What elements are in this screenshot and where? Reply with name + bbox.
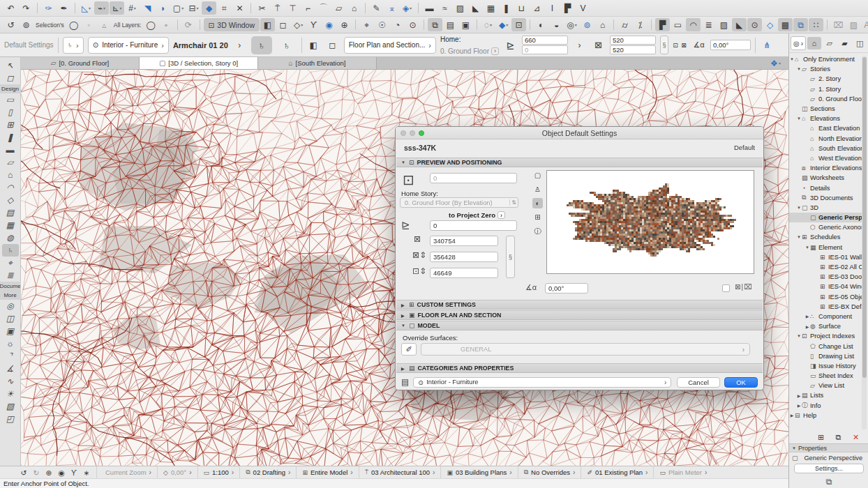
tree-2-story[interactable]: ▱2. Story [789, 74, 863, 84]
elevation-top-field[interactable]: 660 [522, 36, 568, 45]
stopwatch-icon[interactable]: ◔ [390, 18, 405, 31]
current-zoom-control[interactable]: Current Zoom› [96, 466, 157, 478]
lamp-tool[interactable]: ⌖ [2, 257, 19, 269]
pen-set-control[interactable]: ⍑03 Architectural 100› [359, 466, 441, 478]
mirror-checkbox[interactable] [722, 284, 730, 292]
dimension-style-control[interactable]: ▭Plain Meter› [653, 466, 712, 478]
tree-north-elevation[interactable]: ⌂North Elevation (A [789, 134, 863, 144]
tree-ies-03[interactable]: ⊞IES-03 Door Sc [789, 272, 863, 282]
shell-tool[interactable]: ◠ [2, 181, 19, 194]
angle-dimension-tool[interactable]: ∡ [2, 363, 19, 375]
criteria-icon[interactable]: ⋔ [760, 38, 775, 52]
paste-icon[interactable]: ▤ [443, 18, 458, 31]
view-options-icon[interactable]: ❖ [768, 56, 783, 70]
gravity-icon[interactable]: ◥ [140, 1, 155, 15]
home-story-select[interactable]: 0. Ground Floor (By Elevation)⇅ [400, 197, 518, 208]
scale-control[interactable]: ▭1:100› [197, 466, 240, 478]
set-square-icon[interactable]: ◺ [79, 1, 93, 15]
snap-guides-icon[interactable]: ⊾ [110, 1, 124, 15]
tab-ground-floor[interactable]: ▱[0. Ground Floor] [21, 57, 140, 69]
override-surface-select[interactable]: GENERAL› [421, 343, 750, 356]
angle-field[interactable]: 0,00° [710, 40, 751, 50]
model-view-control[interactable]: ▣03 Building Plans› [440, 466, 517, 478]
split-icon[interactable]: ✂ [255, 1, 269, 15]
stretch-icon[interactable]: ⌂ [347, 1, 361, 15]
tree-scrollbar[interactable] [862, 56, 867, 429]
home-story-control[interactable]: 0. Ground Floor› [440, 47, 499, 55]
mesh-icon[interactable]: ▦ [484, 1, 498, 15]
tree-lists[interactable]: ▶▤Lists [789, 390, 863, 400]
tree-west-elevation[interactable]: ⌂West Elevation (Au [789, 153, 863, 163]
preview-front-icon[interactable]: ♙ [532, 184, 543, 195]
tree-drawing-list[interactable]: ▯Drawing List [789, 351, 863, 361]
preview-2d-icon[interactable]: ▢ [532, 170, 543, 181]
tree-stories[interactable]: ▼▱Stories [789, 64, 863, 74]
favorites-icon[interactable]: ◈ [400, 1, 414, 15]
object-preview-button[interactable]: ♄ [251, 36, 272, 54]
beam-icon[interactable]: ≈ [437, 1, 452, 15]
dimension-options-icon[interactable]: ⌗ [217, 1, 232, 15]
beam-tool[interactable]: ▬ [2, 144, 19, 156]
corner-window-icon[interactable]: ▛ [560, 1, 575, 15]
height-field[interactable]: 520 [610, 45, 656, 54]
new-viewpoint-icon[interactable]: ⊞ [814, 431, 828, 444]
editing-plane-icon[interactable]: ◗ [156, 1, 170, 15]
ok-button[interactable]: OK [724, 377, 758, 388]
column-icon[interactable]: ❚ [499, 1, 514, 15]
clone-folder-icon[interactable]: ⧉ [831, 431, 846, 444]
tree-element[interactable]: ▼▦Element [789, 243, 863, 252]
graphic-override-control[interactable]: ⧉No Overrides› [518, 466, 581, 478]
dimension-tool[interactable]: ⌝ [2, 350, 19, 363]
tree-3d-documents[interactable]: ⧉3D Documents [789, 193, 863, 203]
tree-ies-04[interactable]: ⊞IES-04 Window [789, 282, 863, 291]
slab-tool[interactable]: ▱ [2, 156, 19, 169]
marquee-tool[interactable]: ◻ [2, 72, 19, 84]
explode-icon[interactable]: ✕ [232, 1, 247, 15]
selection-drop-icon[interactable]: ◦ [82, 18, 96, 31]
overlap-windows-icon[interactable]: ⧉ [789, 477, 868, 487]
lightbulb-tool[interactable]: ☼ [2, 337, 19, 350]
elevation-bottom-field[interactable]: 0 [522, 45, 568, 54]
cube-3d-icon[interactable]: ◻ [325, 38, 340, 52]
grid-snap-icon[interactable]: # [125, 1, 140, 15]
intersect-icon[interactable]: ⌐ [301, 1, 315, 15]
settings-button[interactable]: Settings... [794, 464, 864, 473]
properties-header[interactable]: ▼Properties [789, 443, 868, 452]
to-project-zero-control[interactable]: to Project Zero› [449, 211, 505, 219]
tree-3d[interactable]: ▼▢3D [789, 203, 863, 213]
tree-only-environment[interactable]: ▼⌂Only Environment [789, 54, 863, 64]
edit-selection-icon[interactable]: ✎ [369, 1, 384, 15]
complex-profile-icon[interactable]: I [545, 1, 560, 15]
tab-3d-selection[interactable]: ▢[3D / Selection, Story 0] [140, 57, 258, 69]
footer-layer-select[interactable]: ⊙Interior - Furniture› [413, 377, 671, 388]
tree-ies-bx[interactable]: ⊞IES-BX Default [789, 302, 863, 312]
layers-oval-icon[interactable]: ◯ [144, 18, 158, 31]
zoom-in-icon[interactable]: ⊕ [43, 467, 54, 478]
tree-worksheets[interactable]: ▨Worksheets [789, 173, 863, 183]
section-custom-settings[interactable]: ▶⊞CUSTOM SETTINGS [396, 300, 763, 310]
hatch-icon[interactable]: ▨ [453, 1, 467, 15]
suspend-groups-icon[interactable]: ⊟ [186, 1, 201, 15]
tree-project-indexes[interactable]: ▼⊡Project Indexes [789, 331, 863, 341]
resize-icon[interactable]: ▱ [331, 1, 346, 15]
car-icon[interactable]: ⌭ [618, 18, 632, 31]
tree-1-story[interactable]: ▱1. Story [789, 84, 863, 94]
tree-east-elevation[interactable]: ⌂East Elevation (Au [789, 123, 863, 133]
dots-fill-icon[interactable]: ∷ [809, 18, 823, 31]
walk-icon[interactable]: ϒ [68, 467, 80, 478]
copy-icon[interactable]: ⧉ [428, 18, 442, 31]
y-position-field[interactable]: 356428 [430, 252, 498, 262]
flip-pair-icon[interactable]: ⊠|⌧ [735, 283, 753, 291]
tree-details[interactable]: ◔Details [789, 183, 863, 192]
shell-icon[interactable]: ⊿ [530, 1, 544, 15]
marquee-options-icon[interactable]: ▢ [171, 1, 186, 15]
mesh-tool[interactable]: ▦ [2, 219, 19, 231]
column-tool[interactable]: ❚ [2, 131, 19, 144]
rotate-view-icon[interactable]: ↺ [3, 18, 18, 31]
x-position-field[interactable]: 340754 [430, 236, 498, 246]
wall-tool[interactable]: ▭ [2, 93, 19, 106]
diamond-icon[interactable]: ◇ [763, 18, 777, 31]
next-zoom-icon[interactable]: ↻ [31, 467, 42, 478]
section-floorplan[interactable]: ▶▣FLOOR PLAN AND SECTION [396, 310, 763, 320]
cancel-button[interactable]: Cancel [677, 377, 720, 388]
